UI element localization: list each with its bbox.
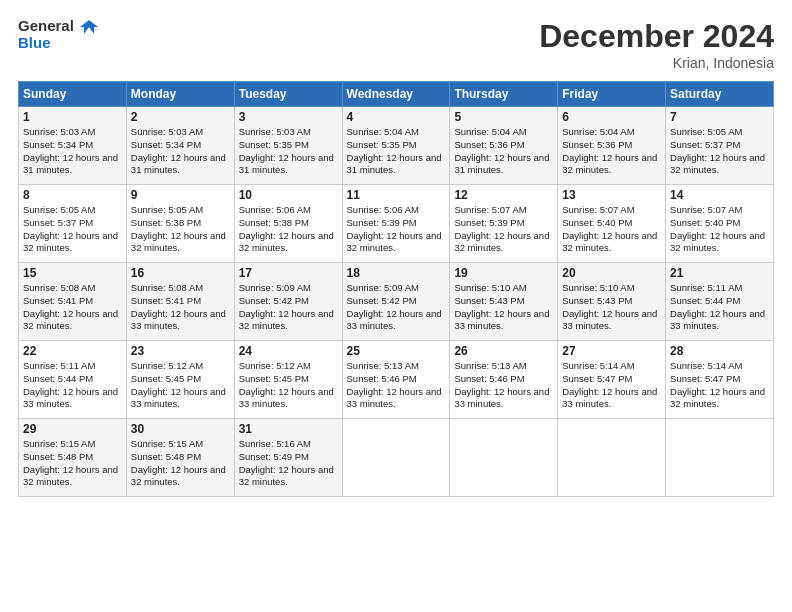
week-row-3: 15Sunrise: 5:08 AMSunset: 5:41 PMDayligh…	[19, 263, 774, 341]
cell-content: Sunrise: 5:14 AMSunset: 5:47 PMDaylight:…	[562, 360, 661, 411]
cell-content: Sunrise: 5:04 AMSunset: 5:36 PMDaylight:…	[562, 126, 661, 177]
day-cell: 28Sunrise: 5:14 AMSunset: 5:47 PMDayligh…	[666, 341, 774, 419]
cell-content: Sunrise: 5:12 AMSunset: 5:45 PMDaylight:…	[239, 360, 338, 411]
cell-content: Sunrise: 5:09 AMSunset: 5:42 PMDaylight:…	[347, 282, 446, 333]
cell-content: Sunrise: 5:15 AMSunset: 5:48 PMDaylight:…	[131, 438, 230, 489]
day-cell: 14Sunrise: 5:07 AMSunset: 5:40 PMDayligh…	[666, 185, 774, 263]
day-number: 23	[131, 344, 230, 358]
cell-content: Sunrise: 5:06 AMSunset: 5:39 PMDaylight:…	[347, 204, 446, 255]
week-row-5: 29Sunrise: 5:15 AMSunset: 5:48 PMDayligh…	[19, 419, 774, 497]
day-number: 24	[239, 344, 338, 358]
cell-content: Sunrise: 5:03 AMSunset: 5:34 PMDaylight:…	[23, 126, 122, 177]
day-number: 11	[347, 188, 446, 202]
month-title: December 2024	[539, 18, 774, 55]
day-number: 5	[454, 110, 553, 124]
day-cell: 7Sunrise: 5:05 AMSunset: 5:37 PMDaylight…	[666, 107, 774, 185]
cell-content: Sunrise: 5:03 AMSunset: 5:34 PMDaylight:…	[131, 126, 230, 177]
day-number: 22	[23, 344, 122, 358]
day-number: 16	[131, 266, 230, 280]
day-cell: 13Sunrise: 5:07 AMSunset: 5:40 PMDayligh…	[558, 185, 666, 263]
day-number: 3	[239, 110, 338, 124]
column-header-friday: Friday	[558, 82, 666, 107]
day-number: 13	[562, 188, 661, 202]
column-header-thursday: Thursday	[450, 82, 558, 107]
day-cell: 18Sunrise: 5:09 AMSunset: 5:42 PMDayligh…	[342, 263, 450, 341]
day-number: 15	[23, 266, 122, 280]
location: Krian, Indonesia	[539, 55, 774, 71]
cell-content: Sunrise: 5:05 AMSunset: 5:38 PMDaylight:…	[131, 204, 230, 255]
day-number: 4	[347, 110, 446, 124]
day-cell: 29Sunrise: 5:15 AMSunset: 5:48 PMDayligh…	[19, 419, 127, 497]
svg-marker-0	[80, 20, 98, 34]
column-header-tuesday: Tuesday	[234, 82, 342, 107]
day-number: 9	[131, 188, 230, 202]
day-cell: 11Sunrise: 5:06 AMSunset: 5:39 PMDayligh…	[342, 185, 450, 263]
day-cell: 17Sunrise: 5:09 AMSunset: 5:42 PMDayligh…	[234, 263, 342, 341]
week-row-2: 8Sunrise: 5:05 AMSunset: 5:37 PMDaylight…	[19, 185, 774, 263]
day-number: 2	[131, 110, 230, 124]
day-cell: 24Sunrise: 5:12 AMSunset: 5:45 PMDayligh…	[234, 341, 342, 419]
day-number: 21	[670, 266, 769, 280]
day-number: 18	[347, 266, 446, 280]
day-cell	[558, 419, 666, 497]
cell-content: Sunrise: 5:10 AMSunset: 5:43 PMDaylight:…	[454, 282, 553, 333]
day-number: 25	[347, 344, 446, 358]
day-number: 26	[454, 344, 553, 358]
day-cell: 25Sunrise: 5:13 AMSunset: 5:46 PMDayligh…	[342, 341, 450, 419]
day-cell	[342, 419, 450, 497]
cell-content: Sunrise: 5:09 AMSunset: 5:42 PMDaylight:…	[239, 282, 338, 333]
day-cell: 30Sunrise: 5:15 AMSunset: 5:48 PMDayligh…	[126, 419, 234, 497]
cell-content: Sunrise: 5:07 AMSunset: 5:40 PMDaylight:…	[670, 204, 769, 255]
cell-content: Sunrise: 5:10 AMSunset: 5:43 PMDaylight:…	[562, 282, 661, 333]
cell-content: Sunrise: 5:08 AMSunset: 5:41 PMDaylight:…	[131, 282, 230, 333]
title-block: December 2024 Krian, Indonesia	[539, 18, 774, 71]
cell-content: Sunrise: 5:11 AMSunset: 5:44 PMDaylight:…	[23, 360, 122, 411]
cell-content: Sunrise: 5:07 AMSunset: 5:39 PMDaylight:…	[454, 204, 553, 255]
day-cell	[450, 419, 558, 497]
day-number: 27	[562, 344, 661, 358]
day-number: 8	[23, 188, 122, 202]
day-number: 20	[562, 266, 661, 280]
page: General Blue December 2024 Krian, Indone…	[0, 0, 792, 612]
logo-general: General	[18, 18, 98, 35]
cell-content: Sunrise: 5:05 AMSunset: 5:37 PMDaylight:…	[670, 126, 769, 177]
cell-content: Sunrise: 5:12 AMSunset: 5:45 PMDaylight:…	[131, 360, 230, 411]
column-header-sunday: Sunday	[19, 82, 127, 107]
day-number: 29	[23, 422, 122, 436]
cell-content: Sunrise: 5:13 AMSunset: 5:46 PMDaylight:…	[454, 360, 553, 411]
day-cell: 26Sunrise: 5:13 AMSunset: 5:46 PMDayligh…	[450, 341, 558, 419]
week-row-1: 1Sunrise: 5:03 AMSunset: 5:34 PMDaylight…	[19, 107, 774, 185]
day-cell: 15Sunrise: 5:08 AMSunset: 5:41 PMDayligh…	[19, 263, 127, 341]
day-number: 17	[239, 266, 338, 280]
cell-content: Sunrise: 5:07 AMSunset: 5:40 PMDaylight:…	[562, 204, 661, 255]
day-cell: 22Sunrise: 5:11 AMSunset: 5:44 PMDayligh…	[19, 341, 127, 419]
day-number: 14	[670, 188, 769, 202]
day-number: 31	[239, 422, 338, 436]
day-cell: 1Sunrise: 5:03 AMSunset: 5:34 PMDaylight…	[19, 107, 127, 185]
day-number: 19	[454, 266, 553, 280]
logo-bird-icon	[80, 20, 98, 34]
day-cell: 8Sunrise: 5:05 AMSunset: 5:37 PMDaylight…	[19, 185, 127, 263]
day-number: 30	[131, 422, 230, 436]
day-cell: 16Sunrise: 5:08 AMSunset: 5:41 PMDayligh…	[126, 263, 234, 341]
day-number: 12	[454, 188, 553, 202]
calendar-table: SundayMondayTuesdayWednesdayThursdayFrid…	[18, 81, 774, 497]
day-cell: 3Sunrise: 5:03 AMSunset: 5:35 PMDaylight…	[234, 107, 342, 185]
cell-content: Sunrise: 5:03 AMSunset: 5:35 PMDaylight:…	[239, 126, 338, 177]
day-number: 6	[562, 110, 661, 124]
day-number: 10	[239, 188, 338, 202]
day-cell: 19Sunrise: 5:10 AMSunset: 5:43 PMDayligh…	[450, 263, 558, 341]
logo: General Blue	[18, 18, 98, 51]
day-number: 7	[670, 110, 769, 124]
day-cell: 9Sunrise: 5:05 AMSunset: 5:38 PMDaylight…	[126, 185, 234, 263]
day-cell: 10Sunrise: 5:06 AMSunset: 5:38 PMDayligh…	[234, 185, 342, 263]
day-cell	[666, 419, 774, 497]
cell-content: Sunrise: 5:13 AMSunset: 5:46 PMDaylight:…	[347, 360, 446, 411]
header: General Blue December 2024 Krian, Indone…	[18, 18, 774, 71]
week-row-4: 22Sunrise: 5:11 AMSunset: 5:44 PMDayligh…	[19, 341, 774, 419]
logo-blue: Blue	[18, 35, 98, 52]
day-cell: 31Sunrise: 5:16 AMSunset: 5:49 PMDayligh…	[234, 419, 342, 497]
day-cell: 20Sunrise: 5:10 AMSunset: 5:43 PMDayligh…	[558, 263, 666, 341]
day-cell: 4Sunrise: 5:04 AMSunset: 5:35 PMDaylight…	[342, 107, 450, 185]
cell-content: Sunrise: 5:14 AMSunset: 5:47 PMDaylight:…	[670, 360, 769, 411]
